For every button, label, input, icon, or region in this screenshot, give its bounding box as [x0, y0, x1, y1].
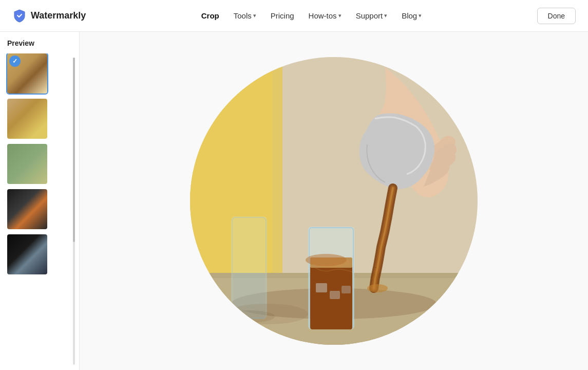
- howtos-chevron-icon: ▾: [338, 12, 342, 19]
- svg-rect-12: [330, 291, 340, 299]
- thumbnail-image-2: [7, 99, 47, 139]
- support-chevron-icon: ▾: [384, 12, 387, 19]
- preview-label: Preview: [0, 39, 79, 53]
- thumbnail-image-4: [7, 189, 47, 229]
- nav-links: Crop Tools ▾ Pricing How-tos ▾ Support ▾…: [195, 8, 428, 23]
- nav-crop[interactable]: Crop: [195, 8, 225, 23]
- coffee-scene-svg: [190, 57, 478, 345]
- nav-support[interactable]: Support ▾: [350, 8, 394, 23]
- nav-tools[interactable]: Tools ▾: [227, 8, 262, 23]
- thumbnail-item-5[interactable]: [7, 234, 47, 274]
- brand-name: Watermarkly: [31, 10, 86, 21]
- brand-logo[interactable]: Watermarkly: [12, 9, 86, 23]
- thumbnail-item-1[interactable]: [7, 53, 47, 94]
- done-button[interactable]: Done: [537, 8, 576, 24]
- nav-blog[interactable]: Blog ▾: [395, 8, 428, 23]
- thumbnail-item-2[interactable]: [7, 99, 47, 139]
- sidebar: Preview: [0, 32, 80, 370]
- svg-point-15: [306, 254, 347, 266]
- thumbnail-item-3[interactable]: [7, 144, 47, 184]
- thumbnail-item-4[interactable]: [7, 189, 47, 229]
- blog-chevron-icon: ▾: [419, 12, 422, 19]
- svg-rect-11: [316, 283, 327, 292]
- thumbnail-image-5: [7, 234, 47, 274]
- navbar: Watermarkly Crop Tools ▾ Pricing How-tos…: [0, 0, 588, 32]
- svg-point-14: [367, 284, 388, 292]
- svg-point-20: [223, 310, 275, 323]
- scrollbar-track: [73, 58, 75, 365]
- watermarkly-shield-icon: [12, 9, 27, 23]
- nav-howtos[interactable]: How-tos ▾: [302, 8, 348, 23]
- svg-rect-13: [342, 286, 351, 293]
- nav-pricing[interactable]: Pricing: [264, 8, 300, 23]
- thumbnail-image-3: [7, 144, 47, 184]
- preview-area: [80, 32, 588, 370]
- selected-check-badge: [9, 55, 21, 67]
- circle-crop-preview[interactable]: [190, 57, 478, 345]
- scrollbar-thumb[interactable]: [73, 58, 75, 242]
- main-layout: Preview: [0, 32, 588, 370]
- thumbnail-list: [0, 53, 79, 363]
- tools-chevron-icon: ▾: [253, 12, 256, 19]
